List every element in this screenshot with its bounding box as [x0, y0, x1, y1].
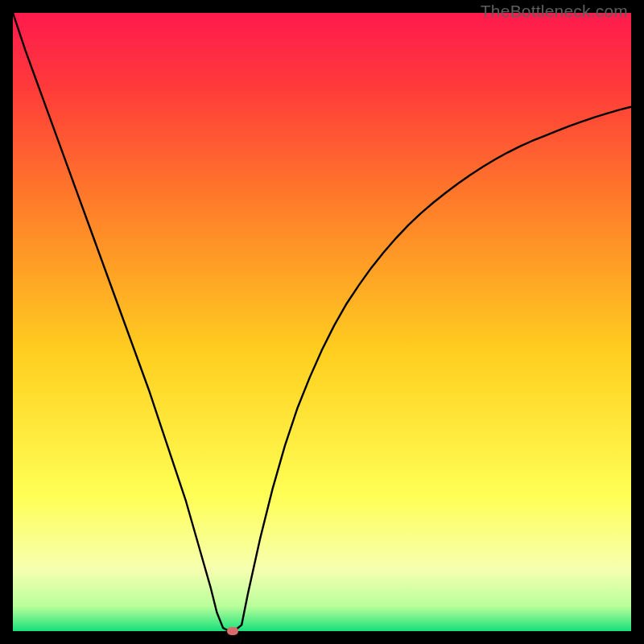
- watermark-text: TheBottleneck.com: [481, 2, 628, 21]
- minimum-marker: [227, 627, 238, 635]
- gradient-background: [13, 13, 631, 631]
- chart-frame: [13, 13, 631, 631]
- bottleneck-chart: [13, 13, 631, 631]
